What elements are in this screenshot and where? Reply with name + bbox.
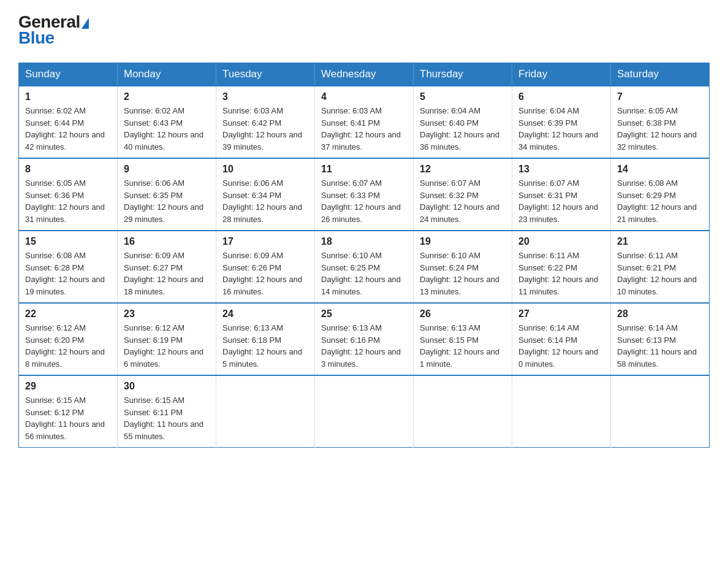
day-info: Sunrise: 6:05 AMSunset: 6:38 PMDaylight:… (617, 105, 703, 153)
day-cell: 26Sunrise: 6:13 AMSunset: 6:15 PMDayligh… (414, 303, 512, 375)
logo-blue-text: Blue (18, 28, 55, 48)
day-info: Sunrise: 6:10 AMSunset: 6:25 PMDaylight:… (321, 250, 407, 297)
day-info: Sunrise: 6:12 AMSunset: 6:20 PMDaylight:… (25, 322, 111, 370)
day-cell: 24Sunrise: 6:13 AMSunset: 6:18 PMDayligh… (216, 303, 315, 375)
day-info: Sunrise: 6:03 AMSunset: 6:42 PMDaylight:… (222, 105, 308, 153)
day-number: 10 (222, 164, 308, 175)
day-info: Sunrise: 6:04 AMSunset: 6:39 PMDaylight:… (518, 105, 604, 153)
calendar-header: SundayMondayTuesdayWednesdayThursdayFrid… (19, 63, 710, 86)
day-number: 9 (124, 164, 210, 175)
day-cell: 6Sunrise: 6:04 AMSunset: 6:39 PMDaylight… (512, 86, 611, 158)
week-row-5: 29Sunrise: 6:15 AMSunset: 6:12 PMDayligh… (19, 375, 710, 448)
day-number: 8 (25, 164, 111, 175)
day-info: Sunrise: 6:04 AMSunset: 6:40 PMDaylight:… (420, 105, 506, 153)
day-number: 12 (420, 164, 506, 175)
day-info: Sunrise: 6:13 AMSunset: 6:18 PMDaylight:… (222, 322, 308, 370)
day-cell: 12Sunrise: 6:07 AMSunset: 6:32 PMDayligh… (414, 158, 512, 231)
day-cell: 19Sunrise: 6:10 AMSunset: 6:24 PMDayligh… (414, 231, 512, 303)
day-cell (216, 375, 315, 448)
day-number: 1 (25, 91, 111, 102)
day-cell: 2Sunrise: 6:02 AMSunset: 6:43 PMDaylight… (118, 86, 216, 158)
day-cell: 30Sunrise: 6:15 AMSunset: 6:11 PMDayligh… (118, 375, 216, 448)
day-info: Sunrise: 6:14 AMSunset: 6:14 PMDaylight:… (518, 322, 604, 370)
day-info: Sunrise: 6:12 AMSunset: 6:19 PMDaylight:… (124, 322, 210, 370)
day-number: 13 (518, 164, 604, 175)
header-monday: Monday (118, 63, 216, 86)
day-cell: 25Sunrise: 6:13 AMSunset: 6:16 PMDayligh… (315, 303, 414, 375)
day-cell (512, 375, 611, 448)
day-info: Sunrise: 6:05 AMSunset: 6:36 PMDaylight:… (25, 177, 111, 225)
day-cell: 20Sunrise: 6:11 AMSunset: 6:22 PMDayligh… (512, 231, 611, 303)
header-wednesday: Wednesday (315, 63, 414, 86)
day-info: Sunrise: 6:06 AMSunset: 6:35 PMDaylight:… (124, 177, 210, 225)
day-info: Sunrise: 6:07 AMSunset: 6:33 PMDaylight:… (321, 177, 407, 225)
day-number: 21 (617, 236, 703, 247)
day-info: Sunrise: 6:07 AMSunset: 6:31 PMDaylight:… (518, 177, 604, 225)
day-cell (414, 375, 512, 448)
day-info: Sunrise: 6:15 AMSunset: 6:12 PMDaylight:… (25, 394, 111, 442)
day-number: 3 (222, 91, 308, 102)
day-number: 14 (617, 164, 703, 175)
day-number: 26 (420, 308, 506, 320)
day-cell: 7Sunrise: 6:05 AMSunset: 6:38 PMDaylight… (611, 86, 710, 158)
day-number: 28 (617, 308, 703, 320)
day-info: Sunrise: 6:15 AMSunset: 6:11 PMDaylight:… (124, 394, 210, 442)
day-cell: 14Sunrise: 6:08 AMSunset: 6:29 PMDayligh… (611, 158, 710, 231)
logo: General Blue (18, 12, 89, 52)
day-number: 23 (124, 308, 210, 320)
week-row-3: 15Sunrise: 6:08 AMSunset: 6:28 PMDayligh… (19, 231, 710, 303)
day-number: 30 (124, 381, 210, 392)
calendar-body: 1Sunrise: 6:02 AMSunset: 6:44 PMDaylight… (19, 86, 710, 448)
day-info: Sunrise: 6:13 AMSunset: 6:16 PMDaylight:… (321, 322, 407, 370)
week-row-1: 1Sunrise: 6:02 AMSunset: 6:44 PMDaylight… (19, 86, 710, 158)
day-number: 22 (25, 308, 111, 320)
day-cell: 8Sunrise: 6:05 AMSunset: 6:36 PMDaylight… (19, 158, 118, 231)
day-info: Sunrise: 6:08 AMSunset: 6:28 PMDaylight:… (25, 250, 111, 297)
days-header-row: SundayMondayTuesdayWednesdayThursdayFrid… (19, 63, 710, 86)
page-header: General Blue (18, 12, 710, 52)
day-cell: 28Sunrise: 6:14 AMSunset: 6:13 PMDayligh… (611, 303, 710, 375)
day-number: 4 (321, 91, 407, 102)
day-info: Sunrise: 6:13 AMSunset: 6:15 PMDaylight:… (420, 322, 506, 370)
day-cell: 23Sunrise: 6:12 AMSunset: 6:19 PMDayligh… (118, 303, 216, 375)
day-info: Sunrise: 6:07 AMSunset: 6:32 PMDaylight:… (420, 177, 506, 225)
day-cell (315, 375, 414, 448)
day-number: 7 (617, 91, 703, 102)
day-cell: 9Sunrise: 6:06 AMSunset: 6:35 PMDaylight… (118, 158, 216, 231)
day-cell: 29Sunrise: 6:15 AMSunset: 6:12 PMDayligh… (19, 375, 118, 448)
header-sunday: Sunday (19, 63, 118, 86)
day-number: 5 (420, 91, 506, 102)
day-info: Sunrise: 6:09 AMSunset: 6:26 PMDaylight:… (222, 250, 308, 297)
day-info: Sunrise: 6:11 AMSunset: 6:22 PMDaylight:… (518, 250, 604, 297)
day-cell: 10Sunrise: 6:06 AMSunset: 6:34 PMDayligh… (216, 158, 315, 231)
logo-triangle-icon (82, 18, 89, 29)
day-cell: 5Sunrise: 6:04 AMSunset: 6:40 PMDaylight… (414, 86, 512, 158)
day-cell: 17Sunrise: 6:09 AMSunset: 6:26 PMDayligh… (216, 231, 315, 303)
day-info: Sunrise: 6:11 AMSunset: 6:21 PMDaylight:… (617, 250, 703, 297)
day-number: 27 (518, 308, 604, 320)
day-number: 11 (321, 164, 407, 175)
day-cell: 13Sunrise: 6:07 AMSunset: 6:31 PMDayligh… (512, 158, 611, 231)
day-number: 6 (518, 91, 604, 102)
header-saturday: Saturday (611, 63, 710, 86)
day-info: Sunrise: 6:06 AMSunset: 6:34 PMDaylight:… (222, 177, 308, 225)
week-row-4: 22Sunrise: 6:12 AMSunset: 6:20 PMDayligh… (19, 303, 710, 375)
week-row-2: 8Sunrise: 6:05 AMSunset: 6:36 PMDaylight… (19, 158, 710, 231)
day-cell: 1Sunrise: 6:02 AMSunset: 6:44 PMDaylight… (19, 86, 118, 158)
day-info: Sunrise: 6:02 AMSunset: 6:44 PMDaylight:… (25, 105, 111, 153)
day-info: Sunrise: 6:10 AMSunset: 6:24 PMDaylight:… (420, 250, 506, 297)
day-number: 25 (321, 308, 407, 320)
header-thursday: Thursday (414, 63, 512, 86)
day-cell: 16Sunrise: 6:09 AMSunset: 6:27 PMDayligh… (118, 231, 216, 303)
day-info: Sunrise: 6:09 AMSunset: 6:27 PMDaylight:… (124, 250, 210, 297)
day-number: 29 (25, 381, 111, 392)
day-info: Sunrise: 6:14 AMSunset: 6:13 PMDaylight:… (617, 322, 703, 370)
day-cell: 15Sunrise: 6:08 AMSunset: 6:28 PMDayligh… (19, 231, 118, 303)
day-number: 24 (222, 308, 308, 320)
day-cell: 27Sunrise: 6:14 AMSunset: 6:14 PMDayligh… (512, 303, 611, 375)
day-cell: 18Sunrise: 6:10 AMSunset: 6:25 PMDayligh… (315, 231, 414, 303)
day-cell: 11Sunrise: 6:07 AMSunset: 6:33 PMDayligh… (315, 158, 414, 231)
day-cell: 22Sunrise: 6:12 AMSunset: 6:20 PMDayligh… (19, 303, 118, 375)
day-number: 2 (124, 91, 210, 102)
day-cell: 3Sunrise: 6:03 AMSunset: 6:42 PMDaylight… (216, 86, 315, 158)
